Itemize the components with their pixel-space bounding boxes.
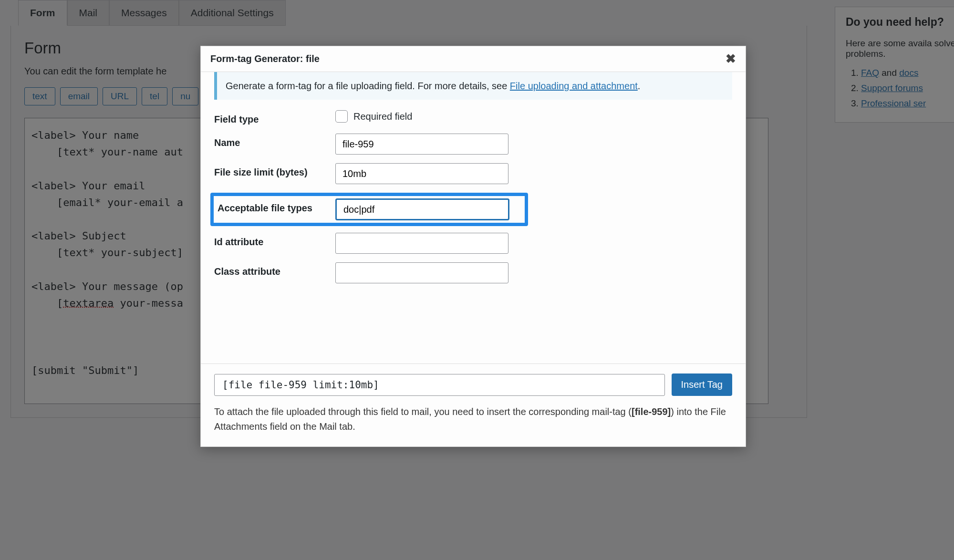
generated-shortcode[interactable]: [file file-959 limit:10mb] xyxy=(214,374,665,396)
label-field-type: Field type xyxy=(214,110,335,125)
required-checkbox[interactable] xyxy=(335,110,348,123)
id-attribute-input[interactable] xyxy=(335,233,508,254)
label-id-attribute: Id attribute xyxy=(214,233,335,248)
file-size-limit-input[interactable] xyxy=(335,163,508,184)
required-label: Required field xyxy=(353,111,412,122)
form-tag-generator-modal: Form-tag Generator: file ✖ Generate a fo… xyxy=(200,46,746,447)
label-acceptable-file-types: Acceptable file types xyxy=(216,199,336,214)
footer-note: To attach the file uploaded through this… xyxy=(214,404,732,434)
close-icon[interactable]: ✖ xyxy=(726,52,736,66)
label-class-attribute: Class attribute xyxy=(214,262,335,277)
modal-title: Form-tag Generator: file xyxy=(210,53,320,64)
link-file-uploading[interactable]: File uploading and attachment xyxy=(510,81,638,91)
info-banner: Generate a form-tag for a file uploading… xyxy=(214,72,732,100)
label-file-size-limit: File size limit (bytes) xyxy=(214,163,335,178)
insert-tag-button[interactable]: Insert Tag xyxy=(672,373,732,396)
acceptable-file-types-row: Acceptable file types xyxy=(210,193,528,226)
label-name: Name xyxy=(214,134,335,148)
mail-tag: [file-959] xyxy=(632,406,671,417)
name-input[interactable] xyxy=(335,134,508,155)
class-attribute-input[interactable] xyxy=(335,262,508,283)
acceptable-file-types-input[interactable] xyxy=(336,199,509,220)
